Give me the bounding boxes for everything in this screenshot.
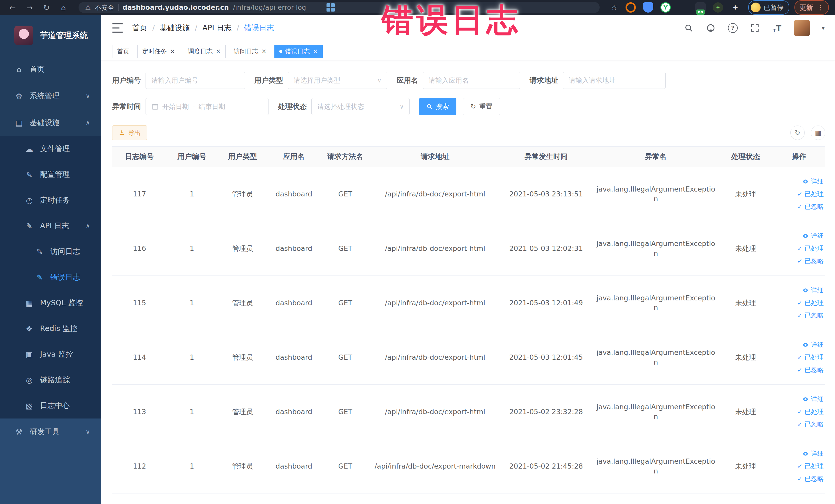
mark-ignored-link[interactable]: ✓ 已忽略 [797,311,824,320]
extension-on-badge-icon[interactable]: on [695,2,706,13]
close-icon[interactable]: × [216,48,221,55]
search-icon[interactable] [684,23,694,33]
search-button[interactable]: 搜索 [419,98,456,115]
home-icon[interactable]: ⌂ [56,3,71,12]
date-range-input[interactable]: 开始日期 - 结束日期 [145,98,269,115]
close-icon[interactable]: × [261,48,266,55]
breadcrumb-item[interactable]: 基础设施 [160,23,190,33]
mark-ignored-link[interactable]: ✓ 已忽略 [797,202,824,211]
detail-link[interactable]: 详细 [802,177,824,186]
sidebar-item-system[interactable]: ⚙ 系统管理 ∨ [0,83,101,109]
back-icon[interactable]: ← [5,3,20,12]
sidebar-item-infra[interactable]: ▤ 基础设施 ∧ [0,109,101,136]
view-tab[interactable]: 首页 [112,45,134,58]
extension-grid-icon[interactable] [678,2,688,13]
sidebar-item-log-center[interactable]: ▧ 日志中心 [0,393,101,419]
avatar-caret-down-icon[interactable]: ▾ [822,24,825,32]
status-select[interactable]: 请选择处理状态 ∨ [311,98,410,115]
export-button[interactable]: 导出 [112,125,147,140]
mark-ignored-link[interactable]: ✓ 已忽略 [797,366,824,374]
fullscreen-icon[interactable] [750,23,760,33]
paused-label: 已暂停 [763,3,784,12]
mark-processed-link[interactable]: ✓ 已处理 [797,353,824,362]
user-type-select[interactable]: 请选择用户类型 ∨ [288,72,387,89]
user-avatar[interactable] [794,20,810,36]
sidebar-item-access-log[interactable]: ✎ 访问日志 [0,239,101,264]
close-icon[interactable]: × [313,48,318,55]
view-tab[interactable]: 定时任务 × [137,45,180,58]
column-settings-button[interactable]: ▦ [811,125,825,140]
cell-app-name: dashboard [268,461,320,471]
mark-ignored-link[interactable]: ✓ 已忽略 [797,420,824,428]
refresh-button[interactable]: ↻ [790,125,805,140]
update-button[interactable]: 更新 ⋮ [794,0,829,15]
detail-link[interactable]: 详细 [802,231,824,240]
extension-green-y-icon[interactable]: Y [660,2,671,13]
filter-error-time: 异常时间 开始日期 - 结束日期 [112,98,269,115]
breadcrumb-item[interactable]: API 日志 [203,23,231,33]
view-tab[interactable]: 访问日志 × [229,45,271,58]
bookmark-star-icon[interactable]: ☆ [611,3,617,12]
sidebar-item-api-log[interactable]: ✎ API 日志 ∧ [0,213,101,239]
mark-processed-link[interactable]: ✓ 已处理 [797,407,824,416]
check-icon: ✓ [797,190,802,198]
help-icon[interactable]: ? [728,23,738,33]
view-tab[interactable]: 调度日志 × [183,45,226,58]
cell-request-url: /api/infra/db-doc/export-html [371,298,499,308]
sidebar-item-java-monitor[interactable]: ▣ Java 监控 [0,341,101,367]
chevron-down-icon: ∨ [85,428,90,436]
menu-top-section: ⌂ 首页 ⚙ 系统管理 ∨ ▤ 基础设施 ∧ [0,56,101,136]
sidebar-item-mysql-monitor[interactable]: ▦ MySQL 监控 [0,290,101,316]
sidebar-item-dev-tools[interactable]: ⚒ 研发工具 ∨ [0,419,101,445]
browser-menu-icon[interactable]: ⋮ [817,4,824,11]
mark-processed-link[interactable]: ✓ 已处理 [797,299,824,307]
breadcrumb-item[interactable]: 错误日志 [244,23,274,33]
collapse-sidebar-icon[interactable] [112,23,123,33]
breadcrumb-item[interactable]: 首页 [132,23,147,33]
mark-processed-link[interactable]: ✓ 已处理 [797,244,824,253]
request-url-input[interactable] [563,72,666,89]
sidebar-item-home[interactable]: ⌂ 首页 [0,56,101,83]
column-header: 日志编号 [112,152,167,161]
app-title: 芋道管理系统 [40,30,88,41]
extension-shield-icon[interactable] [643,2,653,13]
sidebar-item-error-log[interactable]: ✎ 错误日志 [0,264,101,290]
sidebar-item-trace[interactable]: ◎ 链路追踪 [0,367,101,393]
sidebar-item-scheduled-jobs[interactable]: ◷ 定时任务 [0,187,101,213]
extension-pinwheel-icon[interactable]: ✦ [730,2,740,13]
mark-processed-link[interactable]: ✓ 已处理 [797,462,824,470]
app-name-input[interactable] [423,72,520,89]
extension-orange-ring-icon[interactable] [626,2,636,13]
chevron-up-icon: ∧ [85,222,90,229]
screen: ← → ↻ ⌂ ⚠ 不安全 dashboard.yudao.iocoder.cn… [0,0,835,504]
view-tab[interactable]: 错误日志 × [274,45,323,58]
github-icon[interactable] [706,23,716,33]
detail-link[interactable]: 详细 [802,395,824,403]
close-icon[interactable]: × [170,48,175,55]
reload-icon[interactable]: ↻ [39,3,54,12]
column-header: 异常发生时间 [499,152,593,161]
sidebar-item-redis-monitor[interactable]: ❖ Redis 监控 [0,316,101,341]
font-size-icon[interactable]: TT [772,23,782,33]
error-log-table: 日志编号用户编号用户类型应用名请求方法名请求地址异常发生时间异常名处理状态操作 … [112,146,825,493]
profile-paused-chip[interactable]: 已暂停 [748,0,789,15]
detail-link[interactable]: 详细 [802,286,824,295]
mark-ignored-link[interactable]: ✓ 已忽略 [797,257,824,265]
user-id-input[interactable] [145,72,245,89]
cell-log-id: 116 [112,244,167,254]
forward-icon[interactable]: → [22,3,37,12]
reset-button[interactable]: ↻ 重置 [463,98,500,115]
cell-user-type: 管理员 [217,407,268,417]
mark-ignored-link[interactable]: ✓ 已忽略 [797,475,824,483]
mark-processed-link[interactable]: ✓ 已处理 [797,190,824,198]
sidebar-item-file-manage[interactable]: ☁ 文件管理 [0,136,101,162]
reset-button-label: 重置 [479,102,493,111]
cell-status: 未处理 [719,461,773,471]
sidebar-item-config-manage[interactable]: ✎ 配置管理 [0,162,101,187]
column-header: 应用名 [268,152,320,161]
timer-icon: ◷ [24,196,35,205]
detail-link[interactable]: 详细 [802,340,824,349]
detail-link[interactable]: 详细 [802,449,824,458]
extension-leaf-icon[interactable]: ✦ [713,2,723,13]
mysql-icon: ▦ [24,299,35,308]
